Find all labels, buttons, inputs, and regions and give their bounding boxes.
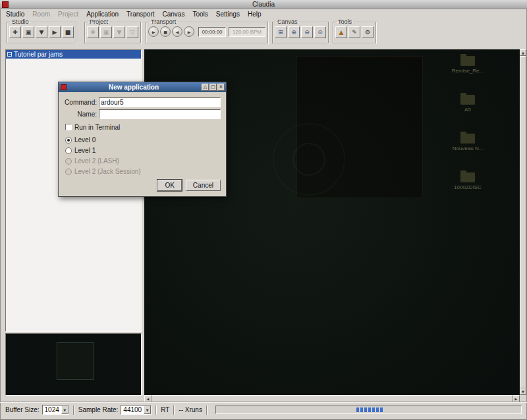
horizontal-scroll-thumb[interactable] [152,395,513,402]
menu-project: Project [54,11,82,18]
canvas-vertical-scrollbar[interactable]: ▲ ▼ [520,49,526,395]
project-save-icon: ▼ [113,26,125,38]
menu-help[interactable]: Help [244,11,265,18]
group-label-tools: Tools [337,18,353,25]
buffer-size-combo[interactable]: 1024 ▼ [42,405,69,415]
checkbox-icon[interactable] [65,124,72,130]
buffer-size-label: Buffer Size: [5,406,40,413]
dsp-load-meter-bars [356,407,383,412]
minimap-view-rect[interactable] [57,342,94,380]
studio-load-icon[interactable]: ▣ [22,26,34,38]
level-2-lash-label: Level 2 (LASH) [74,157,119,165]
statusbar-separator [73,406,74,415]
radio-selected-icon[interactable] [65,137,72,144]
wallpaper-swirl-inner [292,143,325,176]
dialog-body: Command: Name: Run in Terminal Level 0 L… [59,92,226,196]
desktop-icon: A5 [447,95,488,113]
vertical-scroll-thumb[interactable] [520,56,526,388]
ok-button[interactable]: OK [157,180,181,191]
transport-bpm-display: 120.00 BPM [229,27,265,37]
tree-expander-icon[interactable]: − [7,52,12,57]
level-1-label: Level 1 [74,147,96,154]
dialog-maximize-icon[interactable]: □ [209,84,217,91]
transport-forwards-icon[interactable]: ▶ [184,26,194,37]
group-label-project: Project [88,18,109,25]
canvas-horizontal-scrollbar[interactable]: ◀ ▶ [144,395,520,402]
radio-disabled-icon [65,169,72,175]
toolbar-group-project: Project ✚ ▣ ▼ ▽ [84,18,141,43]
scroll-up-icon[interactable]: ▲ [520,49,526,56]
sample-rate-label: Sample Rate: [78,406,119,413]
zoom-100-icon[interactable]: ⊙ [314,26,326,38]
menu-canvas[interactable]: Canvas [159,11,189,18]
radio-icon[interactable] [65,147,72,154]
group-label-studio: Studio [11,18,30,25]
statusbar: Buffer Size: 1024 ▼ Sample Rate: 44100 ▼… [0,402,527,417]
zoom-in-icon[interactable]: ⊕ [288,26,300,38]
folder-icon [460,134,475,144]
radio-level-2-jack-session: Level 2 (Jack Session) [65,168,221,175]
claudia-window: Claudia Studio Room Project Application … [0,0,527,420]
scroll-left-icon[interactable]: ◀ [144,395,152,402]
level-2-jack-session-label: Level 2 (Jack Session) [74,168,141,175]
radio-disabled-icon [65,158,72,165]
command-label: Command: [64,99,97,106]
studio-new-icon[interactable]: ✚ [9,26,21,38]
transport-time-display: 00:00:00 [198,27,226,37]
transport-stop-icon[interactable]: ■ [160,26,171,37]
studio-list-item[interactable]: − Tutoriel par jams [6,50,141,59]
dialog-shade-icon[interactable]: △ [202,84,209,91]
project-save-as-icon: ▽ [126,26,138,38]
radio-level-1[interactable]: Level 1 [65,147,221,154]
menu-settings[interactable]: Settings [212,11,244,18]
canvas-minimap[interactable] [5,333,142,396]
project-load-icon: ▣ [100,26,112,38]
toolbar-group-tools: Tools ▲ ✎ ⚙ [333,18,376,43]
name-input[interactable] [99,109,221,119]
rt-label: RT [161,406,169,413]
scroll-right-icon[interactable]: ▶ [513,395,520,402]
run-in-terminal-checkbox[interactable]: Run in Terminal [65,123,221,131]
statusbar-separator [206,406,208,415]
toolbar: Studio ✚ ▣ ▼ ▶ ■ Project ✚ ▣ ▼ ▽ Transpo… [0,18,527,47]
desktop-icon: Nouveau N... [447,134,488,151]
transport-backwards-icon[interactable]: ◀ [172,26,182,37]
desktop-icons-showthrough: Remise_Re... A5 Nouveau N... 1000ZDISC [447,56,488,190]
sample-rate-combo[interactable]: 44100 ▼ [121,405,152,415]
studio-start-icon[interactable]: ▶ [49,26,61,38]
xruns-label: -- Xruns [179,406,202,413]
zoom-out-icon[interactable]: ⊖ [301,26,313,38]
transport-play-icon[interactable]: ▶ [148,26,159,37]
menu-studio[interactable]: Studio [2,11,28,18]
menu-application[interactable]: Application [82,11,123,18]
tool-render-icon[interactable]: ✎ [348,26,360,38]
studio-list-item-label: Tutoriel par jams [14,51,63,58]
menu-transport[interactable]: Transport [123,11,158,18]
group-label-transport: Transport [150,18,177,25]
chevron-down-icon: ▼ [144,406,151,414]
zoom-fit-icon[interactable]: ⊞ [275,26,287,38]
cancel-button[interactable]: Cancel [186,180,221,191]
statusbar-separator [173,406,175,415]
radio-level-0[interactable]: Level 0 [65,136,221,144]
command-input[interactable] [99,97,221,107]
menu-room: Room [28,11,54,18]
dsp-load-meter [215,406,522,414]
tool-settings-icon[interactable]: ⚙ [362,26,374,38]
scroll-down-icon[interactable]: ▼ [520,388,526,395]
titlebar[interactable]: Claudia [0,0,527,9]
folder-icon [460,172,475,182]
studio-save-icon[interactable]: ▼ [36,26,47,38]
toolbar-group-studio: Studio ✚ ▣ ▼ ▶ ■ [7,18,76,43]
dialog-close-icon[interactable]: ✕ [217,84,225,91]
desktop-icon: 1000ZDISC [447,172,488,190]
name-label: Name: [64,111,97,118]
studio-stop-icon[interactable]: ■ [62,26,74,38]
toolbar-group-transport: Transport ▶ ■ ◀ ▶ 00:00:00 120.00 BPM [146,18,268,43]
new-application-dialog: New application △ □ ✕ Command: Name: Run… [58,82,227,197]
folder-icon [460,95,475,105]
dialog-titlebar[interactable]: New application △ □ ✕ [59,82,226,92]
level-0-label: Level 0 [74,136,96,144]
menu-tools[interactable]: Tools [188,11,211,18]
tool-configure-icon[interactable]: ▲ [335,26,347,38]
